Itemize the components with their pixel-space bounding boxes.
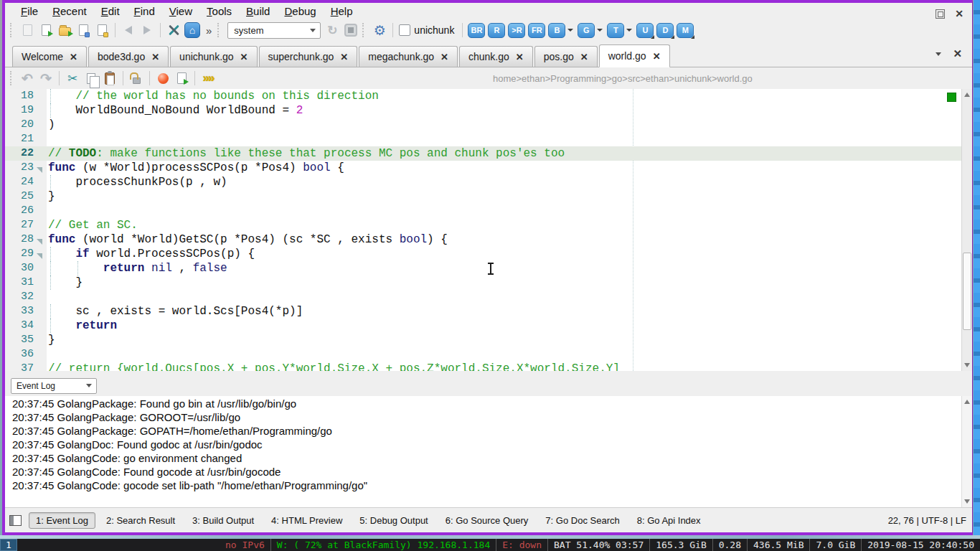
menu-item-help[interactable]: Help <box>324 4 360 18</box>
home-button[interactable]: ⌂ <box>183 21 202 39</box>
settings-button[interactable]: ⚙ <box>370 21 389 39</box>
chevron-down-icon[interactable] <box>567 29 573 32</box>
editor-vscrollbar[interactable] <box>961 89 972 371</box>
tab-close-icon[interactable]: ✕ <box>516 52 524 62</box>
ed-row-29[interactable]: 29 if world.ProcessSCPos(p) { <box>5 247 972 261</box>
fold-marker-icon[interactable] <box>37 253 42 259</box>
chevron-down-icon[interactable] <box>597 29 603 32</box>
tab-chunk-go[interactable]: chunk.go✕ <box>459 46 533 67</box>
go-button-r[interactable]: >R <box>508 23 525 38</box>
edit-toolbar-drag-handle[interactable] <box>10 71 16 85</box>
tab-close-icon[interactable]: ✕ <box>340 52 348 62</box>
tab-close-icon[interactable]: ✕ <box>580 52 588 62</box>
pane-button-8-go-api-index[interactable]: 8: Go Api Index <box>631 513 707 528</box>
redo-button[interactable]: ↷ <box>37 69 55 88</box>
tab-close-icon[interactable]: ✕ <box>151 52 159 62</box>
lock-button[interactable] <box>127 69 146 88</box>
go-button-r[interactable]: R <box>488 23 505 38</box>
ed-row-36[interactable]: 36 <box>5 347 972 362</box>
workspace-button[interactable]: 1 <box>0 539 17 551</box>
scroll-down-icon[interactable] <box>964 363 970 367</box>
chevron-down-icon[interactable] <box>626 29 632 32</box>
menu-item-build[interactable]: Build <box>239 4 277 18</box>
back-button[interactable] <box>119 21 138 39</box>
go-button-fr[interactable]: FR <box>528 23 545 38</box>
ed-row-21[interactable]: 21 <box>5 132 972 146</box>
tab-close-icon[interactable]: ✕ <box>240 52 248 62</box>
ed-row-19[interactable]: 19 WorldBound_NoBound WorldBound = 2 <box>5 103 972 118</box>
ed-row-32[interactable]: 32 <box>5 290 972 304</box>
ed-row-26[interactable]: 26 <box>5 204 972 218</box>
menu-item-tools[interactable]: Tools <box>199 4 239 18</box>
paste-button[interactable] <box>100 69 119 88</box>
target-checkbox[interactable] <box>399 24 410 36</box>
ed-row-37[interactable]: 37// return {world.Qucs[pos.X + pos.Y*wo… <box>5 362 972 371</box>
ed-row-34[interactable]: 34 return <box>5 319 972 333</box>
tab-unichunk-go[interactable]: unichunk.go✕ <box>170 46 257 67</box>
export-button[interactable] <box>172 69 191 88</box>
menu-item-find[interactable]: Find <box>127 4 162 18</box>
toolbar-drag-handle-3[interactable] <box>362 23 368 37</box>
menu-item-recent[interactable]: Recent <box>45 4 94 18</box>
tab-welcome[interactable]: Welcome✕ <box>12 46 87 67</box>
record-button[interactable] <box>154 69 172 88</box>
ed-row-24[interactable]: 24 processChunkPos(p , w) <box>5 175 972 189</box>
env-combobox[interactable]: system <box>227 22 321 39</box>
go-button-d[interactable]: D <box>656 23 674 38</box>
tab-close-icon[interactable]: ✕ <box>440 52 448 62</box>
tab-megachunk-go[interactable]: megachunk.go✕ <box>359 46 458 67</box>
pane-button-6-go-source-query[interactable]: 6: Go Source Query <box>439 513 535 528</box>
toolbar-drag-handle[interactable] <box>10 23 16 37</box>
panel-float-button[interactable] <box>936 9 945 19</box>
new-file-button[interactable] <box>18 21 37 39</box>
log-vscrollbar[interactable] <box>961 396 972 507</box>
open-file-button[interactable] <box>37 21 55 39</box>
ed-row-22[interactable]: 22// TODO: make functions like these tha… <box>5 146 972 161</box>
tab-close-icon[interactable]: ✕ <box>70 52 77 62</box>
event-log-output[interactable]: 20:37:45 GolangPackage: Found go bin at … <box>5 396 972 507</box>
scroll-up-icon[interactable] <box>964 400 970 404</box>
code-editor[interactable]: 18 // the world has no bounds on this di… <box>5 89 972 371</box>
go-button-g[interactable]: G <box>578 23 595 38</box>
ed-row-31[interactable]: 31 } <box>5 276 972 290</box>
tab-close-button[interactable]: ✕ <box>953 47 962 60</box>
ed-row-20[interactable]: 20) <box>5 118 972 132</box>
pane-button-3-build-output[interactable]: 3: Build Output <box>186 513 260 528</box>
undo-button[interactable]: ↶ <box>18 69 37 88</box>
ed-row-35[interactable]: 35} <box>5 333 972 347</box>
go-button-u[interactable]: U <box>636 23 654 38</box>
output-panel-selector[interactable]: Event Log <box>11 378 97 394</box>
build-config-button[interactable] <box>164 21 183 39</box>
scroll-up-icon[interactable] <box>964 93 970 97</box>
tab-close-icon[interactable]: ✕ <box>653 51 661 62</box>
go-button-br[interactable]: BR <box>468 23 485 38</box>
save-button[interactable] <box>74 21 93 39</box>
tab-superchunk-go[interactable]: superchunk.go✕ <box>259 46 358 67</box>
pane-button-4-html-preview[interactable]: 4: HTML Preview <box>265 513 349 528</box>
stop-button[interactable] <box>341 21 360 39</box>
reload-env-button[interactable]: ↻ <box>323 21 341 39</box>
fold-marker-icon[interactable] <box>37 239 42 245</box>
go-button-t[interactable]: T <box>607 23 624 38</box>
go-button-m[interactable]: M <box>677 23 694 38</box>
pane-button-7-go-doc-search[interactable]: 7: Go Doc Search <box>539 513 626 528</box>
tab-list-button[interactable] <box>936 52 941 56</box>
editor-scroll-thumb[interactable] <box>963 253 971 330</box>
menu-item-file[interactable]: File <box>14 4 45 18</box>
panel-close-button[interactable]: ✕ <box>955 8 963 19</box>
fold-marker-icon[interactable] <box>37 167 42 173</box>
menu-item-debug[interactable]: Debug <box>277 4 323 18</box>
ed-row-27[interactable]: 27// Get an SC. <box>5 218 972 232</box>
cut-button[interactable]: ✂ <box>63 69 82 88</box>
menu-item-edit[interactable]: Edit <box>94 4 127 18</box>
ed-row-23[interactable]: 23func (w *World)processSCPos(p *Pos4) b… <box>5 161 972 175</box>
pane-button-1-event-log[interactable]: 1: Event Log <box>29 512 95 529</box>
pane-button-2-search-result[interactable]: 2: Search Result <box>100 513 182 528</box>
ed-row-18[interactable]: 18 // the world has no bounds on this di… <box>5 89 972 103</box>
sidebar-toggle-icon[interactable] <box>9 515 22 526</box>
open-folder-button[interactable] <box>55 21 74 39</box>
jump-button[interactable]: »» <box>199 69 217 88</box>
ed-row-28[interactable]: 28func (world *World)GetSC(p *Pos4) (sc … <box>5 232 972 247</box>
scroll-down-icon[interactable] <box>964 499 970 504</box>
toolbar-drag-handle-2[interactable] <box>217 23 223 37</box>
